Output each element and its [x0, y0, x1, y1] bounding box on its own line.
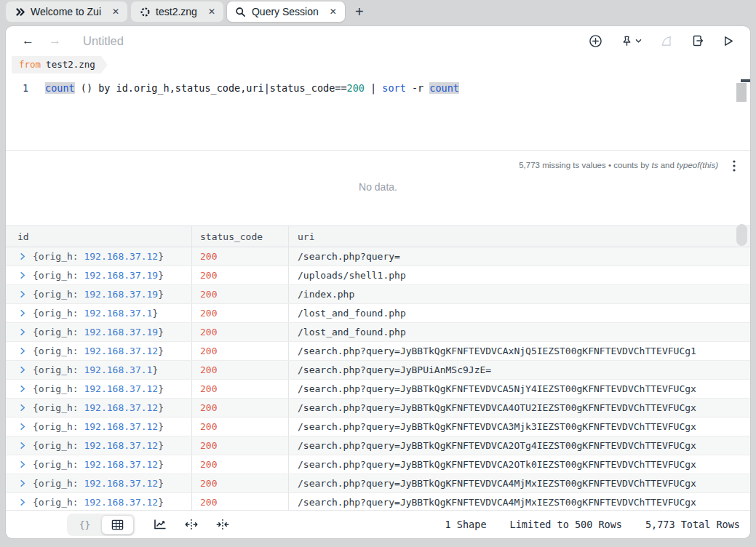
back-button[interactable]: ←	[22, 33, 34, 48]
column-header-uri[interactable]: uri	[288, 226, 750, 247]
orig-h-value: 192.168.37.19	[84, 270, 158, 281]
pin-dropdown[interactable]	[621, 35, 642, 47]
table-row[interactable]: {orig_h: 192.168.37.19}200/index.php	[6, 285, 750, 304]
row-expand-chevron-icon[interactable]	[19, 328, 27, 336]
table-scrollbar-thumb[interactable]	[736, 224, 747, 246]
row-expand-chevron-icon[interactable]	[19, 385, 27, 393]
json-view-button[interactable]: {}	[68, 515, 101, 535]
table-row[interactable]: {orig_h: 192.168.37.12}200/search.php?qu…	[6, 399, 750, 418]
orig-h-value: 192.168.37.12	[84, 402, 158, 413]
row-expand-chevron-icon[interactable]	[19, 423, 27, 431]
table-row[interactable]: {orig_h: 192.168.37.12}200/search.php?qu…	[6, 493, 750, 510]
code-token: () by id.orig_h,status_code,uri|status_c…	[75, 82, 347, 94]
table-row[interactable]: {orig_h: 192.168.37.12}200/search.php?qu…	[6, 380, 750, 399]
tab-test2-zng[interactable]: test2.zng✕	[131, 1, 223, 22]
zng-file-icon	[139, 6, 151, 17]
table-row[interactable]: {orig_h: 192.168.37.12}200/search.php?qu…	[6, 455, 750, 474]
no-data-message: No data.	[6, 181, 750, 193]
more-options-icon[interactable]	[733, 160, 736, 172]
table-row[interactable]: {orig_h: 192.168.37.12}200/search.php?qu…	[6, 418, 750, 436]
table-row[interactable]: {orig_h: 192.168.37.12}200/search.php?qu…	[6, 247, 750, 266]
pin-icon[interactable]	[621, 35, 633, 47]
orig-h-value: 192.168.37.12	[84, 440, 158, 451]
code-line-content[interactable]: count () by id.orig_h,status_code,uri|st…	[45, 81, 459, 95]
id-prefix: {orig_h:	[33, 251, 84, 262]
orig-h-value: 192.168.37.1	[84, 364, 152, 375]
id-prefix: {orig_h:	[33, 478, 84, 489]
collapse-columns-icon[interactable]	[216, 519, 229, 530]
id-cell: {orig_h: 192.168.37.19}	[6, 285, 191, 303]
id-suffix: }	[158, 383, 164, 394]
tab-close-icon[interactable]: ✕	[206, 6, 218, 17]
orig-h-value: 192.168.37.12	[84, 383, 158, 394]
status-code-cell: 200	[191, 285, 288, 303]
id-cell: {orig_h: 192.168.37.12}	[6, 380, 191, 398]
row-expand-chevron-icon[interactable]	[19, 442, 27, 450]
row-expand-chevron-icon[interactable]	[19, 271, 27, 279]
summary-part: and	[658, 161, 677, 169]
row-expand-chevron-icon[interactable]	[19, 309, 27, 317]
column-header-id[interactable]: id	[6, 226, 191, 247]
table-grid-icon	[111, 519, 124, 530]
tab-close-icon[interactable]: ✕	[110, 6, 122, 17]
id-suffix: }	[158, 402, 164, 413]
id-cell: {orig_h: 192.168.37.12}	[6, 474, 191, 492]
tab-welcome-to-zui[interactable]: Welcome to Zui✕	[6, 1, 127, 22]
table-row[interactable]: {orig_h: 192.168.37.19}200/uploads/shell…	[6, 266, 750, 285]
status-bar: {} 1 Shape Limited to 500 Rows 5,773 Tot…	[6, 510, 750, 538]
orig-h-value: 192.168.37.19	[84, 289, 158, 300]
query-title[interactable]: Untitled	[83, 34, 124, 48]
tab-query-session[interactable]: Query Session✕	[227, 1, 345, 22]
editor-scrollbar-thumb[interactable]	[736, 83, 747, 102]
row-expand-chevron-icon[interactable]	[19, 404, 27, 412]
id-prefix: {orig_h:	[33, 497, 84, 508]
row-expand-chevron-icon[interactable]	[19, 290, 27, 298]
id-suffix: }	[158, 497, 164, 508]
row-expand-chevron-icon[interactable]	[19, 347, 27, 355]
forward-button[interactable]: →	[49, 33, 61, 48]
source-file-name: test2.zng	[46, 59, 95, 70]
column-header-status-code[interactable]: status_code	[191, 226, 288, 247]
chevron-down-icon	[635, 39, 642, 44]
table-row[interactable]: {orig_h: 192.168.37.1}200/search.php?que…	[6, 361, 750, 380]
uri-cell: /search.php?query=JyBBTkQgKFNFTEVDVCA3Mj…	[288, 418, 750, 436]
from-source-pill[interactable]: fromtest2.zng	[12, 56, 108, 73]
uri-cell: /search.php?query=	[288, 247, 750, 265]
code-token: count	[429, 82, 459, 94]
chart-view-icon[interactable]	[154, 519, 167, 530]
run-query-icon[interactable]	[723, 35, 734, 47]
tab-close-icon[interactable]: ✕	[327, 6, 339, 17]
status-code-cell: 200	[191, 361, 288, 379]
expand-columns-icon[interactable]	[185, 519, 198, 530]
row-expand-chevron-icon[interactable]	[19, 252, 27, 260]
status-code-cell: 200	[191, 455, 288, 474]
id-suffix: }	[158, 421, 164, 432]
row-limit: Limited to 500 Rows	[510, 519, 622, 530]
id-prefix: {orig_h:	[33, 346, 84, 356]
table-row[interactable]: {orig_h: 192.168.37.12}200/search.php?qu…	[6, 436, 750, 455]
id-suffix: }	[158, 251, 164, 262]
table-row[interactable]: {orig_h: 192.168.37.12}200/search.php?qu…	[6, 474, 750, 493]
add-circle-icon[interactable]	[589, 34, 602, 48]
id-cell: {orig_h: 192.168.37.12}	[6, 436, 191, 455]
id-cell: {orig_h: 192.168.37.12}	[6, 455, 191, 474]
row-expand-chevron-icon[interactable]	[19, 460, 27, 468]
uri-cell: /search.php?query=JyBPUiAnMSc9JzE=	[288, 361, 750, 379]
uri-cell: /lost_and_found.php	[288, 323, 750, 341]
editor-minimap	[741, 79, 750, 82]
table-row[interactable]: {orig_h: 192.168.37.19}200/lost_and_foun…	[6, 323, 750, 342]
id-suffix: }	[158, 327, 164, 338]
row-expand-chevron-icon[interactable]	[19, 479, 27, 487]
export-icon[interactable]	[691, 34, 704, 47]
id-cell: {orig_h: 192.168.37.12}	[6, 418, 191, 436]
query-editor[interactable]: 1 count () by id.orig_h,status_code,uri|…	[6, 74, 750, 150]
row-expand-chevron-icon[interactable]	[19, 366, 27, 374]
table-view-button[interactable]	[101, 515, 134, 535]
new-tab-button[interactable]: +	[349, 1, 370, 22]
status-code-cell: 200	[191, 266, 288, 284]
table-row[interactable]: {orig_h: 192.168.37.12}200/search.php?qu…	[6, 342, 750, 361]
tab-bar: Welcome to Zui✕test2.zng✕Query Session✕ …	[0, 0, 756, 23]
table-row[interactable]: {orig_h: 192.168.37.1}200/lost_and_found…	[6, 304, 750, 323]
uri-cell: /search.php?query=JyBBTkQgKFNFTEVDVCA4Mj…	[288, 474, 750, 492]
row-expand-chevron-icon[interactable]	[19, 498, 27, 506]
